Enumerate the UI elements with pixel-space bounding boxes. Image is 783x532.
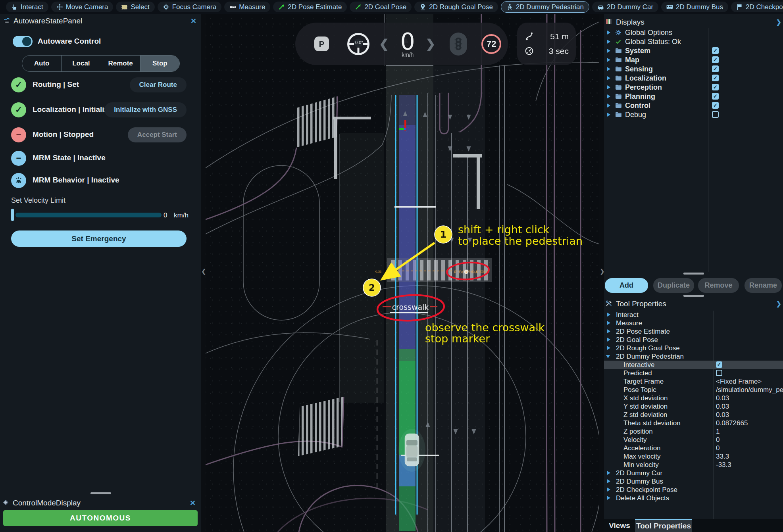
tool-2d-rough-goal-pose[interactable]: 2D Rough Goal Pose <box>414 2 498 12</box>
panel-resize-handle[interactable] <box>683 295 704 297</box>
displays-row-global-options[interactable]: Global Options <box>604 28 783 37</box>
acceleration-value[interactable]: 0 <box>716 444 783 452</box>
tool-prop-row-x-std-deviation[interactable]: X std deviation0.03 <box>604 394 783 402</box>
tool-prop-row-z-std-deviation[interactable]: Z std deviation0.03 <box>604 411 783 419</box>
target-frame-value[interactable]: <Fixed Frame> <box>716 378 783 386</box>
interactive-checkbox[interactable]: ✓ <box>716 361 722 368</box>
displays-row-sensing[interactable]: Sensing✓ <box>604 65 783 74</box>
velocity-slider-track[interactable] <box>15 213 162 217</box>
visibility-checkbox[interactable]: ✓ <box>712 102 719 109</box>
velocity-slider-handle[interactable] <box>11 209 14 221</box>
rename-display-button[interactable]: Rename <box>745 278 782 293</box>
expander-icon[interactable] <box>607 313 610 317</box>
panel-resize-handle[interactable] <box>90 492 111 494</box>
visibility-checkbox[interactable]: ✓ <box>712 65 719 72</box>
tool-prop-row-interactive[interactable]: Interactive✓ <box>604 361 783 369</box>
tool-2d-checkpoint-pose[interactable]: 2D Checkpoint Pose <box>731 2 783 12</box>
theta-std-deviation-value[interactable]: 0.0872665 <box>716 419 783 427</box>
expander-icon[interactable] <box>607 479 610 483</box>
right-splitter[interactable]: ❯ <box>599 14 604 532</box>
tool-2d-pose-estimate[interactable]: 2D Pose Estimate <box>273 2 347 12</box>
tool-prop-row-velocity[interactable]: Velocity0 <box>604 436 783 444</box>
visibility-checkbox[interactable]: ✓ <box>712 84 719 90</box>
tool-move-camera[interactable]: Move Camera <box>51 2 114 12</box>
panel-resize-handle[interactable] <box>683 273 704 275</box>
predicted-checkbox[interactable] <box>716 370 722 376</box>
expander-icon[interactable] <box>607 94 610 98</box>
tool-2d-dummy-bus[interactable]: 2D Dummy Bus <box>661 2 728 12</box>
z-position-value[interactable]: 1 <box>716 428 783 436</box>
tool-prop-row-max-velocity[interactable]: Max velocity33.3 <box>604 452 783 461</box>
tool-interact[interactable]: Interact <box>6 2 48 12</box>
initialize-with-gnss-button[interactable]: Initialize with GNSS <box>104 102 187 117</box>
visibility-checkbox[interactable]: ✓ <box>712 93 719 100</box>
tool-select[interactable]: Select <box>116 2 154 12</box>
expander-icon[interactable] <box>607 67 610 71</box>
tool-prop-row-z-position[interactable]: Z position1 <box>604 427 783 436</box>
expander-icon[interactable] <box>607 49 610 53</box>
tool-prop-row-2d-pose-estimate[interactable]: 2D Pose Estimate <box>604 327 783 336</box>
expander-icon[interactable] <box>607 338 610 342</box>
pose-topic-value[interactable]: /simulation/dummy_perce... <box>716 386 783 394</box>
expander-icon[interactable] <box>607 40 610 44</box>
duplicate-display-button[interactable]: Duplicate <box>653 278 694 293</box>
min-velocity-value[interactable]: -33.3 <box>716 461 783 469</box>
map-canvas[interactable]: 0.33 3.3333 PEDESTRIAN <box>206 14 599 532</box>
max-velocity-value[interactable]: 33.3 <box>716 453 783 461</box>
displays-row-planning[interactable]: Planning✓ <box>604 92 783 101</box>
mode-button-remote[interactable]: Remote <box>101 56 140 71</box>
tool-2d-goal-pose[interactable]: 2D Goal Pose <box>350 2 412 12</box>
tab-views[interactable]: Views <box>604 519 635 532</box>
tool-prop-row-pose-topic[interactable]: Pose Topic/simulation/dummy_perce... <box>604 386 783 394</box>
x-std-deviation-value[interactable]: 0.03 <box>716 394 783 402</box>
tool-prop-row-2d-dummy-bus[interactable]: 2D Dummy Bus <box>604 477 783 486</box>
expander-icon[interactable] <box>607 76 610 80</box>
visibility-checkbox[interactable]: ✓ <box>712 56 719 63</box>
accept-start-button[interactable]: Accept Start <box>128 127 187 142</box>
displays-row-global-status-ok[interactable]: Global Status: Ok <box>604 37 783 46</box>
expander-icon[interactable] <box>607 496 610 500</box>
clear-route-button[interactable]: Clear Route <box>130 77 187 92</box>
expander-icon[interactable] <box>607 58 610 62</box>
tool-prop-row-predicted[interactable]: Predicted <box>604 369 783 377</box>
expander-icon[interactable] <box>607 488 610 492</box>
control-mode-close-icon[interactable]: ✕ <box>190 499 196 507</box>
expander-icon[interactable] <box>607 346 610 350</box>
set-emergency-button[interactable]: Set Emergency <box>11 230 187 247</box>
velocity-value[interactable]: 0 <box>716 436 783 444</box>
state-panel-close-icon[interactable]: ✕ <box>190 17 196 25</box>
autoware-control-toggle[interactable] <box>13 36 33 47</box>
map-viewport[interactable]: 0.33 3.3333 PEDESTRIAN <box>206 14 599 532</box>
tool-prop-row-target-frame[interactable]: Target Frame<Fixed Frame> <box>604 377 783 386</box>
tool-prop-row-min-velocity[interactable]: Min velocity-33.3 <box>604 461 783 469</box>
autonomous-mode-button[interactable]: AUTONOMOUS <box>3 510 198 526</box>
displays-row-map[interactable]: Map✓ <box>604 56 783 65</box>
left-splitter[interactable]: ❮ <box>201 14 206 532</box>
tool-2d-dummy-pedestrian[interactable]: 2D Dummy Pedestrian <box>501 1 589 13</box>
displays-collapse-icon[interactable]: ❯ <box>776 18 781 26</box>
mode-button-stop[interactable]: Stop <box>140 56 179 71</box>
expander-icon[interactable] <box>607 471 610 475</box>
tool-prop-row-2d-checkpoint-pose[interactable]: 2D Checkpoint Pose <box>604 486 783 494</box>
add-display-button[interactable]: Add <box>605 278 648 293</box>
mode-button-auto[interactable]: Auto <box>22 56 62 71</box>
expander-icon[interactable] <box>606 355 610 358</box>
tool-prop-row-measure[interactable]: Measure <box>604 319 783 327</box>
tool-focus-camera[interactable]: Focus Camera <box>158 2 221 12</box>
expander-icon[interactable] <box>607 31 610 35</box>
tool-prop-row-acceleration[interactable]: Acceleration0 <box>604 444 783 452</box>
tool-prop-row-2d-goal-pose[interactable]: 2D Goal Pose <box>604 336 783 344</box>
displays-row-debug[interactable]: Debug <box>604 110 783 119</box>
expander-icon[interactable] <box>607 85 610 89</box>
mode-button-local[interactable]: Local <box>62 56 101 71</box>
visibility-checkbox[interactable]: ✓ <box>712 47 719 54</box>
remove-display-button[interactable]: Remove <box>698 278 739 293</box>
tool-prop-row-y-std-deviation[interactable]: Y std deviation0.03 <box>604 402 783 411</box>
expander-icon[interactable] <box>607 104 610 108</box>
tool-prop-row-theta-std-deviation[interactable]: Theta std deviation0.0872665 <box>604 419 783 427</box>
visibility-checkbox[interactable]: ✓ <box>712 75 719 81</box>
y-std-deviation-value[interactable]: 0.03 <box>716 403 783 411</box>
tool-prop-row-interact[interactable]: Interact <box>604 311 783 319</box>
tool-prop-row-2d-rough-goal-pose[interactable]: 2D Rough Goal Pose <box>604 344 783 352</box>
displays-row-control[interactable]: Control✓ <box>604 101 783 110</box>
